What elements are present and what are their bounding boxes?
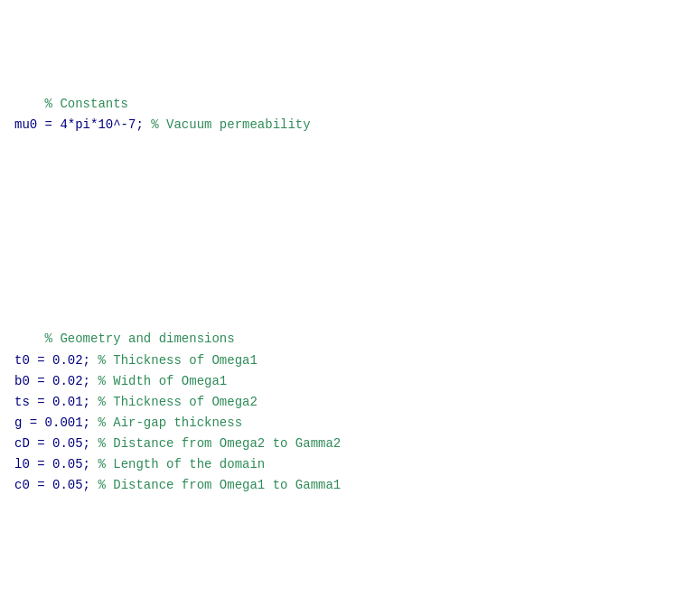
geometry-l0-comment: % Length of the domain [98, 457, 265, 471]
geometry-ts-comment: % Thickness of Omega2 [98, 395, 257, 409]
constants-section: % Constants mu0 = 4*pi*10^-7; % Vacuum p… [14, 73, 670, 156]
geometry-c0-comment: % Distance from Omega1 to Gamma1 [98, 478, 341, 492]
geometry-g-comment: % Air-gap thickness [98, 415, 242, 430]
geometry-t0-comment: % Thickness of Omega1 [98, 353, 257, 368]
code-editor: % Constants mu0 = 4*pi*10^-7; % Vacuum p… [14, 11, 670, 616]
geometry-c0-code: c0 = 0.05; [14, 478, 98, 492]
geometry-l0-code: l0 = 0.05; [14, 457, 98, 471]
geometry-t0-code: t0 = 0.02; [14, 353, 98, 368]
geometry-cD-code: cD = 0.05; [14, 436, 98, 451]
geometry-b0-code: b0 = 0.02; [14, 374, 98, 388]
geometry-section-comment: % Geometry and dimensions [45, 331, 235, 346]
constants-mu0-code: mu0 = 4*pi*10^-7; [14, 117, 151, 132]
constants-section-comment: % Constants [45, 97, 128, 111]
geometry-cD-comment: % Distance from Omega2 to Gamma2 [98, 436, 341, 451]
geometry-g-code: g = 0.001; [14, 415, 98, 430]
geometry-ts-code: ts = 0.01; [14, 395, 98, 409]
geometry-section: % Geometry and dimensions t0 = 0.02; % T… [14, 308, 670, 517]
constants-mu0-comment: % Vacuum permeability [151, 117, 310, 132]
geometry-b0-comment: % Width of Omega1 [98, 374, 227, 388]
